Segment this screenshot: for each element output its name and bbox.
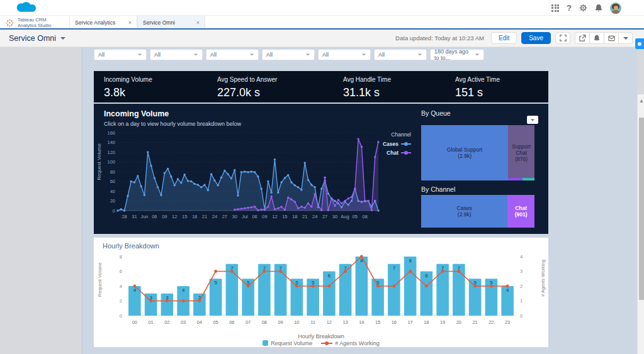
svg-text:27: 27 bbox=[322, 214, 327, 219]
present-fullscreen-button[interactable] bbox=[555, 32, 570, 44]
tab-label: Service Analytics bbox=[75, 19, 115, 26]
email-button[interactable] bbox=[604, 32, 618, 44]
treemap-block-chat[interactable]: Chat(901) bbox=[507, 195, 534, 228]
help-icon[interactable]: ? bbox=[567, 3, 572, 13]
svg-text:19: 19 bbox=[440, 319, 445, 325]
edit-button[interactable]: Edit bbox=[491, 32, 517, 44]
legend-item-chat[interactable]: Chat bbox=[372, 150, 411, 156]
notifications-bell-icon[interactable] bbox=[595, 4, 602, 12]
svg-text:01: 01 bbox=[148, 319, 153, 325]
svg-text:07: 07 bbox=[246, 319, 251, 325]
tab-close-icon[interactable]: × bbox=[128, 19, 132, 26]
data-updated-text: Data updated: Today at 10:23 AM bbox=[395, 35, 484, 41]
chart-legend: Channel CasesChat bbox=[372, 131, 411, 158]
filter-value: All bbox=[266, 52, 273, 58]
kpi-avg-handle-time: Avg Handle Time31.1k s bbox=[343, 71, 391, 102]
svg-text:24: 24 bbox=[312, 214, 317, 219]
hourly-breakdown-combo-chart[interactable]: 0246801234400301302403304505706507708709… bbox=[99, 253, 543, 331]
filter-dropdown[interactable]: All bbox=[318, 49, 371, 60]
salesforce-logo-icon[interactable] bbox=[16, 2, 38, 14]
app-launcher-icon[interactable] bbox=[551, 4, 559, 12]
svg-text:100: 100 bbox=[107, 159, 115, 165]
by-queue-options-button[interactable] bbox=[527, 116, 538, 124]
svg-text:04: 04 bbox=[197, 319, 202, 325]
legend-marker bbox=[401, 143, 411, 145]
svg-text:27: 27 bbox=[222, 214, 227, 219]
svg-text:15: 15 bbox=[182, 214, 187, 219]
save-button[interactable]: Save bbox=[521, 32, 551, 44]
tab-service-omni[interactable]: Service Omni× bbox=[137, 16, 205, 30]
legend-item-request-volume[interactable]: Request Volume bbox=[263, 340, 312, 346]
svg-text:6: 6 bbox=[120, 268, 122, 274]
svg-text:40: 40 bbox=[110, 189, 115, 194]
setup-gear-icon[interactable] bbox=[579, 4, 587, 12]
share-button[interactable] bbox=[575, 32, 589, 44]
treemap-label: Chat bbox=[515, 205, 527, 211]
filter-dropdown[interactable]: All bbox=[374, 49, 427, 60]
by-channel-treemap: Cases(2.9k)Chat(901) bbox=[421, 195, 534, 228]
svg-text:1: 1 bbox=[520, 298, 523, 304]
filter-dropdown[interactable]: All bbox=[94, 49, 147, 60]
dashboard-canvas: AllAllAllAllAllAll180 days ago to to... … bbox=[82, 47, 638, 354]
open-tabs: Service Analytics×Service Omni× bbox=[69, 16, 205, 30]
scroll-up-arrow[interactable] bbox=[640, 99, 643, 102]
page-title: Service Omni bbox=[9, 34, 56, 43]
incoming-volume-line-chart[interactable]: 0204060801001201401602831Jun060912151821… bbox=[99, 129, 382, 224]
svg-text:20: 20 bbox=[110, 198, 115, 204]
filter-dropdown[interactable]: All bbox=[262, 49, 315, 60]
treemap-sliver bbox=[523, 178, 534, 180]
vertical-scrollbar[interactable] bbox=[637, 94, 644, 354]
legend-line-marker bbox=[321, 343, 332, 345]
svg-text:4: 4 bbox=[120, 284, 122, 289]
action-button-group bbox=[575, 32, 633, 44]
kpi-label: Incoming Volume bbox=[104, 76, 152, 83]
svg-text:03: 03 bbox=[181, 319, 186, 325]
filter-value: All bbox=[154, 52, 161, 58]
date-range-value: 180 days ago to to... bbox=[434, 48, 475, 61]
svg-text:18: 18 bbox=[192, 214, 197, 219]
svg-text:30: 30 bbox=[332, 214, 337, 219]
tab-underline bbox=[0, 28, 644, 30]
subscribe-bell-button[interactable] bbox=[589, 32, 604, 44]
dashboard-title-menu[interactable]: Service Omni bbox=[9, 34, 65, 43]
chevron-down-icon bbox=[475, 53, 479, 55]
svg-text:09: 09 bbox=[162, 214, 167, 219]
svg-text:0: 0 bbox=[120, 313, 122, 319]
kpi-strip: Incoming Volume3.8kAvg Speed to Answer22… bbox=[94, 71, 548, 102]
svg-text:14: 14 bbox=[359, 319, 364, 325]
svg-text:00: 00 bbox=[132, 319, 137, 325]
svg-text:13: 13 bbox=[342, 319, 347, 325]
user-avatar[interactable] bbox=[610, 3, 621, 14]
chevron-down-icon bbox=[306, 53, 310, 55]
widget-title: Hourly Breakdown bbox=[103, 242, 159, 250]
analytics-studio-icon bbox=[5, 18, 14, 28]
svg-text:23: 23 bbox=[505, 319, 510, 325]
by-queue-treemap: Global Support(2.9k)Support Chat(876) bbox=[421, 125, 534, 180]
treemap-block-global-support[interactable]: Global Support(2.9k) bbox=[421, 125, 508, 180]
widget-title: Incoming Volume bbox=[104, 109, 169, 118]
legend-item-agents-working[interactable]: # Agents Working bbox=[321, 340, 379, 346]
chevron-down-icon bbox=[60, 37, 65, 40]
kpi-value: 227.0k s bbox=[217, 86, 266, 99]
treemap-value: (2.9k) bbox=[458, 153, 472, 159]
dashboard-toolbar: Service Omni Data updated: Today at 10:2… bbox=[0, 30, 644, 47]
panel-toggle-button[interactable] bbox=[635, 38, 644, 49]
date-range-dropdown[interactable]: 180 days ago to to... bbox=[430, 49, 484, 60]
tab-close-icon[interactable]: × bbox=[196, 19, 200, 26]
svg-text:30: 30 bbox=[232, 214, 237, 219]
studio-tab-bar: Tableau CRM Analytics Studio Service Ana… bbox=[0, 16, 644, 30]
filter-dropdown[interactable]: All bbox=[150, 49, 203, 60]
svg-text:06: 06 bbox=[229, 319, 234, 325]
tab-service-analytics[interactable]: Service Analytics× bbox=[69, 16, 137, 30]
legend-title: Channel bbox=[372, 131, 411, 138]
kpi-label: Avg Active Time bbox=[455, 76, 500, 83]
svg-text:160: 160 bbox=[107, 130, 115, 136]
legend-item-cases[interactable]: Cases bbox=[372, 141, 411, 147]
more-actions-button[interactable] bbox=[618, 32, 633, 44]
scrollbar-thumb[interactable] bbox=[639, 118, 644, 300]
app-home[interactable]: Tableau CRM Analytics Studio bbox=[5, 16, 51, 30]
filter-dropdown[interactable]: All bbox=[206, 49, 259, 60]
treemap-block-cases[interactable]: Cases(2.9k) bbox=[421, 195, 507, 228]
treemap-block-support-chat[interactable]: Support Chat(876) bbox=[508, 125, 534, 180]
chevron-down-icon bbox=[138, 53, 142, 55]
